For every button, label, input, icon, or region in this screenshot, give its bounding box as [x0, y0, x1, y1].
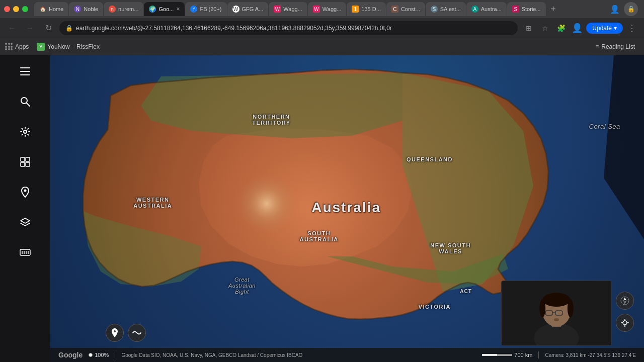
sidebar-search-icon[interactable] [17, 94, 33, 110]
svg-rect-6 [21, 157, 25, 161]
back-button[interactable]: ← [5, 21, 19, 35]
grid-view-button[interactable]: ⊞ [522, 21, 536, 35]
zoom-indicator: 100% [89, 352, 109, 358]
sidebar-settings-icon[interactable] [17, 124, 33, 140]
svg-point-3 [21, 98, 27, 104]
tab-home-label: Home [49, 6, 63, 12]
camera-info: Camera: 3,811 km -27 34.5'S 136 27.4'E [545, 352, 636, 358]
svg-point-10 [24, 190, 27, 192]
tab-nurem-label: nurem... [118, 6, 138, 12]
svg-rect-11 [20, 249, 30, 255]
tab-wagg1-icon: W [274, 6, 281, 13]
svg-rect-0 [20, 67, 30, 68]
forward-button[interactable]: → [23, 21, 37, 35]
update-chevron-icon: ▾ [614, 25, 617, 32]
location-target-button[interactable] [616, 314, 634, 332]
location-tools [106, 324, 146, 342]
tab-135-label: 135 D... [361, 6, 381, 12]
compass-button[interactable] [616, 292, 634, 310]
tab-austra[interactable]: A Austra... [466, 2, 507, 16]
svg-point-5 [24, 130, 27, 133]
tab-facebook[interactable]: f FB (20+) [185, 2, 226, 16]
reading-list-label: Reading List [601, 43, 635, 50]
toolbar-right: ⊞ ☆ 🧩 👤 Update ▾ ⋮ [522, 21, 639, 35]
update-label: Update [592, 25, 612, 32]
sidebar-menu-icon[interactable] [17, 63, 33, 79]
tab-austra-icon: A [471, 6, 478, 13]
map-navigation-controls [616, 292, 634, 332]
url-bar[interactable]: 🔒 earth.google.com/web/@-27.58118264,136… [59, 21, 518, 35]
measure-button[interactable] [128, 324, 146, 342]
tab-home[interactable]: 🏠 Home [34, 2, 68, 16]
update-button[interactable]: Update ▾ [586, 23, 623, 34]
sidebar-ruler-icon[interactable] [17, 244, 33, 260]
svg-rect-2 [20, 74, 30, 75]
tab-google-earth-icon: 🌍 [149, 6, 156, 13]
tab-facebook-label: FB (20+) [200, 6, 221, 12]
tab-135[interactable]: 1 135 D... [347, 2, 386, 16]
left-sidebar [0, 55, 50, 362]
sidebar-layers-icon[interactable] [17, 214, 33, 230]
bookmark-younow[interactable]: Y YouNow – RissFlex [34, 42, 103, 52]
tab-stories[interactable]: S Storie... [507, 2, 546, 16]
tab-noble[interactable]: N Noble [69, 2, 103, 16]
zoom-level: 100% [95, 352, 109, 358]
svg-point-29 [568, 299, 574, 317]
tabs-container: 🏠 Home N Noble n nurem... 🌍 Goo... × f F… [34, 2, 607, 16]
tab-wagg1[interactable]: W Wagg... [269, 2, 307, 16]
tab-nurem-icon: n [109, 6, 116, 13]
extensions-button[interactable]: 🧩 [554, 21, 568, 35]
url-text: earth.google.com/web/@-27.58118264,136.4… [76, 25, 512, 32]
svg-point-27 [542, 293, 570, 307]
tab-google-earth[interactable]: 🌍 Goo... × [144, 2, 185, 16]
svg-rect-8 [21, 162, 25, 166]
data-credits: Google Data SIO, NOAA, U.S. Navy, NGA, G… [121, 352, 302, 358]
video-thumbnail[interactable] [501, 281, 612, 346]
tab-wagg1-label: Wagg... [283, 6, 302, 12]
reading-list-icon: ≡ [595, 43, 599, 50]
younow-label: YouNow – RissFlex [47, 43, 100, 50]
tab-close-icon[interactable]: × [176, 6, 180, 13]
svg-point-28 [539, 299, 545, 317]
bottom-status-bar: Google 100% Google Data SIO, NOAA, U.S. … [50, 348, 644, 362]
map-area[interactable]: Australia NORTHERNTERRITORY QUEENSLAND W… [50, 55, 644, 362]
separator-2 [538, 351, 539, 358]
maximize-button[interactable] [22, 6, 28, 12]
account-button[interactable]: 👤 [570, 21, 584, 35]
bookmark-button[interactable]: ☆ [538, 21, 552, 35]
svg-rect-7 [26, 157, 30, 161]
tab-google-earth-label: Goo... [158, 6, 174, 12]
new-tab-button[interactable]: + [546, 2, 560, 16]
scale-bar-visual [482, 354, 512, 356]
tab-const-label: Const... [401, 6, 420, 12]
reading-list-button[interactable]: ≡ Reading List [591, 42, 639, 51]
zoom-dot-icon [89, 353, 93, 357]
tab-nurem[interactable]: n nurem... [104, 2, 143, 16]
tab-gfg[interactable]: W GFG A... [227, 2, 269, 16]
bookmarks-bar: Apps Y YouNow – RissFlex ≡ Reading List [0, 38, 644, 55]
apps-grid-icon [5, 43, 13, 50]
svg-point-16 [114, 330, 116, 332]
main-content: Australia NORTHERNTERRITORY QUEENSLAND W… [0, 55, 644, 362]
reload-button[interactable]: ↻ [41, 21, 55, 35]
minimize-button[interactable] [13, 6, 19, 12]
tab-wagg2[interactable]: W Wagg... [308, 2, 347, 16]
browser-chrome: 🏠 Home N Noble n nurem... 🌍 Goo... × f F… [0, 0, 644, 55]
profile-icon[interactable]: 👤 [608, 2, 622, 16]
sidebar-location-icon[interactable] [17, 184, 33, 200]
close-button[interactable] [4, 6, 10, 12]
pin-location-button[interactable] [106, 324, 124, 342]
tab-facebook-icon: f [190, 6, 197, 13]
tab-sa-est-label: SA est... [440, 6, 461, 12]
scale-label: 700 km [514, 352, 532, 358]
tab-noble-icon: N [74, 6, 81, 13]
tab-sa-est[interactable]: S SA est... [426, 2, 466, 16]
google-logo: Google [58, 351, 83, 359]
tab-const[interactable]: C Const... [386, 2, 425, 16]
apps-button[interactable]: Apps [5, 43, 29, 50]
tab-wagg2-label: Wagg... [323, 6, 342, 12]
menu-button[interactable]: ⋮ [625, 21, 639, 35]
apps-label: Apps [15, 43, 29, 50]
video-person-view [502, 281, 611, 345]
sidebar-grid-icon[interactable] [17, 154, 33, 170]
